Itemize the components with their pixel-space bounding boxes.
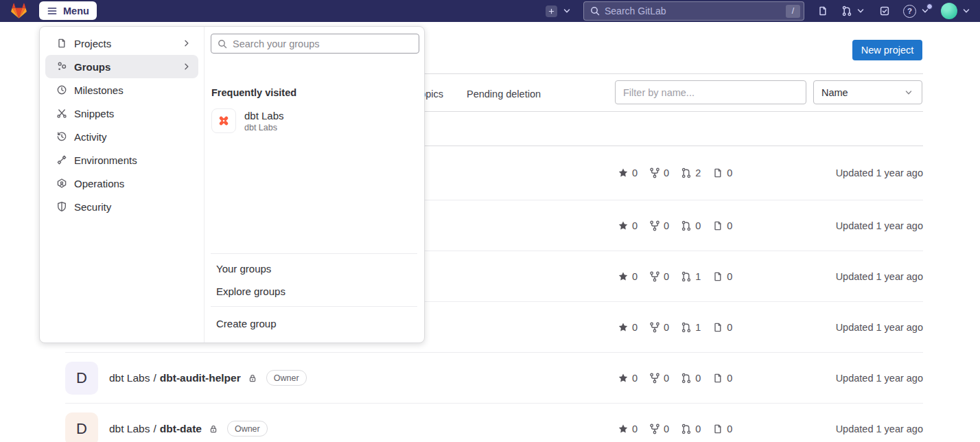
issue-count[interactable]: 0: [712, 423, 732, 434]
menu-item-security[interactable]: Security: [45, 195, 198, 218]
sort-dropdown[interactable]: Name: [813, 80, 922, 104]
menu-item-snippets[interactable]: Snippets: [45, 102, 198, 125]
scissors-icon: [56, 108, 67, 119]
divider: [211, 306, 417, 307]
project-row[interactable]: D dbt Labs / dbt-audit-helper Owner 0 0 …: [65, 353, 923, 404]
user-avatar: [941, 3, 957, 19]
star-count[interactable]: 0: [618, 423, 638, 434]
groups-panel-footer: Your groups Explore groups Create group: [211, 253, 417, 335]
project-name[interactable]: dbt-date: [160, 423, 202, 435]
lock-icon: [248, 373, 257, 383]
fork-count[interactable]: 0: [649, 271, 669, 282]
merge-request-count[interactable]: 2: [681, 167, 701, 178]
menu-item-milestones[interactable]: Milestones: [45, 78, 198, 102]
issue-count[interactable]: 0: [712, 220, 732, 231]
project-namespace[interactable]: dbt Labs: [109, 372, 150, 384]
project-title: dbt Labs / dbt-date Owner: [109, 421, 268, 437]
merge-request-icon: [681, 220, 692, 231]
frequent-group-dbt-labs[interactable]: dbt Labs dbt Labs: [211, 104, 417, 137]
project-avatar[interactable]: D: [65, 412, 98, 442]
menu-item-environments[interactable]: Environments: [45, 148, 198, 172]
issue-count[interactable]: 0: [712, 167, 732, 178]
star-count[interactable]: 0: [618, 322, 638, 333]
groups-search-input[interactable]: [228, 38, 419, 49]
global-search[interactable]: /: [583, 1, 804, 21]
gitlab-app: Menu / ?: [0, 0, 980, 442]
merge-request-icon: [681, 322, 692, 333]
menu-item-activity[interactable]: Activity: [45, 125, 198, 148]
plus-icon: [546, 5, 557, 17]
fork-count[interactable]: 0: [649, 220, 669, 231]
project-row[interactable]: D dbt Labs / dbt-date Owner 0 0 0 0 Upda…: [65, 404, 923, 442]
help-nav-button[interactable]: ?: [903, 5, 931, 18]
tab-pending-deletion[interactable]: Pending deletion: [467, 89, 541, 100]
your-groups-link[interactable]: Your groups: [211, 257, 417, 280]
merge-request-count[interactable]: 0: [681, 373, 701, 384]
new-project-button[interactable]: New project: [852, 40, 922, 60]
star-count[interactable]: 0: [618, 373, 638, 384]
issues-icon: [712, 167, 723, 178]
project-name[interactable]: dbt-audit-helper: [160, 372, 241, 384]
issue-count[interactable]: 0: [712, 322, 732, 333]
issues-icon: [712, 271, 723, 282]
fork-count[interactable]: 0: [649, 322, 669, 333]
merge-requests-nav-button[interactable]: [841, 5, 866, 16]
group-title: dbt Labs: [244, 109, 284, 122]
environments-icon: [56, 154, 67, 165]
explore-groups-link[interactable]: Explore groups: [211, 280, 417, 303]
dbt-labs-logo-icon: [211, 108, 236, 133]
divider: [211, 253, 417, 254]
chevron-down-icon: [961, 5, 972, 16]
groups-search[interactable]: [211, 34, 419, 54]
fork-icon: [649, 322, 660, 333]
top-navbar: Menu / ?: [0, 0, 980, 22]
merge-request-count[interactable]: 1: [681, 322, 701, 333]
updated-timestamp: Updated 1 year ago: [740, 167, 923, 178]
groups-submenu-panel: Frequently visited dbt Labs dbt Labs You…: [205, 27, 424, 342]
issue-count[interactable]: 0: [712, 271, 732, 282]
merge-request-count[interactable]: 0: [681, 423, 701, 434]
updated-timestamp: Updated 1 year ago: [740, 271, 923, 282]
menu-button[interactable]: Menu: [39, 1, 97, 20]
project-namespace[interactable]: dbt Labs: [109, 423, 150, 435]
menu-item-projects[interactable]: Projects: [45, 32, 198, 55]
todos-nav-button[interactable]: [879, 5, 890, 16]
filter-by-name-input[interactable]: [615, 80, 806, 104]
star-count[interactable]: 0: [618, 220, 638, 231]
fork-count[interactable]: 0: [649, 167, 669, 178]
slash-shortcut-key: /: [786, 5, 800, 18]
chevron-right-icon: [181, 61, 192, 72]
owner-badge: Owner: [266, 370, 307, 386]
issues-nav-button[interactable]: [817, 5, 828, 16]
fork-count[interactable]: 0: [649, 423, 669, 434]
project-avatar[interactable]: D: [65, 362, 98, 395]
issues-icon: [712, 220, 723, 231]
menu-item-operations[interactable]: Operations: [45, 172, 198, 195]
merge-request-icon: [681, 373, 692, 384]
notification-dot: [926, 3, 933, 10]
issue-count[interactable]: 0: [712, 373, 732, 384]
merge-request-count[interactable]: 0: [681, 220, 701, 231]
todo-check-icon: [879, 5, 890, 16]
filter-by-name: [615, 80, 806, 104]
operations-icon: [56, 178, 67, 189]
user-menu-button[interactable]: [941, 3, 972, 19]
project-doc-icon: [56, 38, 67, 49]
chevron-down-icon: [561, 5, 572, 16]
merge-request-icon: [681, 271, 692, 282]
star-count[interactable]: 0: [618, 167, 638, 178]
menu-nav-column: Projects Groups Milestones Snippets Acti…: [40, 27, 205, 342]
menu-item-groups[interactable]: Groups: [45, 55, 198, 78]
sort-value: Name: [821, 87, 848, 98]
help-icon: ?: [903, 5, 916, 18]
path-separator: /: [153, 372, 156, 384]
create-group-link[interactable]: Create group: [211, 312, 417, 335]
global-search-input[interactable]: [600, 5, 786, 16]
updated-timestamp: Updated 1 year ago: [740, 220, 923, 231]
issues-icon: [817, 5, 828, 16]
star-count[interactable]: 0: [618, 271, 638, 282]
new-menu-button[interactable]: [546, 5, 572, 17]
gitlab-logo-icon[interactable]: [10, 2, 28, 20]
merge-request-count[interactable]: 1: [681, 271, 701, 282]
fork-count[interactable]: 0: [649, 373, 669, 384]
